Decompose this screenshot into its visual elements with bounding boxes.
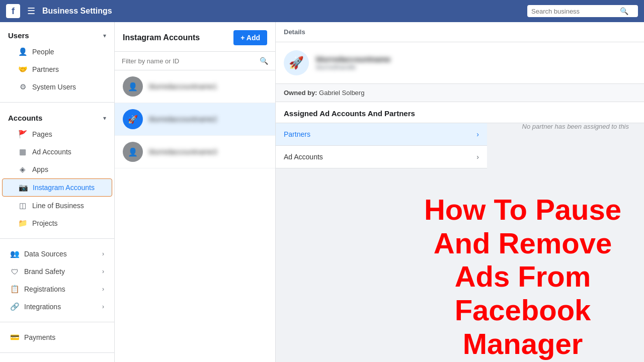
search-input[interactable] [531,8,617,15]
detail-account-handle: blurredhandle [316,63,390,71]
partners-chevron-icon: › [476,130,479,138]
integrations-label: Integrations [24,303,61,311]
detail-profile: 🚀 blurredaccountname blurredhandle [276,42,644,84]
filter-input[interactable] [122,57,256,65]
data-sources-chevron-icon: › [102,250,104,257]
filter-search-icon: 🔍 [260,57,268,65]
detail-owned-by: Owned by: Gabriel Solberg [276,84,644,102]
sidebar-item-integrations[interactable]: 🔗 Integrations › [2,298,112,315]
sidebar-item-apps[interactable]: ◈ Apps [2,161,112,178]
sidebar-item-registrations[interactable]: 📋 Registrations › [2,281,112,298]
sidebar-item-system-users[interactable]: ⚙ System Users [2,78,112,96]
system-users-label: System Users [32,83,76,91]
projects-icon: 📁 [18,219,27,228]
payments-icon: 💳 [10,333,19,342]
sidebar-item-data-sources[interactable]: 👥 Data Sources › [2,245,112,262]
payments-section: 💳 Payments [0,324,114,350]
assigned-section-title: Assigned Ad Accounts And Partners [276,102,644,123]
pages-icon: 🚩 [18,130,27,139]
list-item[interactable]: 🚀 blurredaccountname2 [115,103,275,136]
people-icon: 👤 [18,47,27,56]
projects-label: Projects [32,219,58,227]
security-section: 🔒 Security Center [0,355,114,362]
list-item[interactable]: 👤 blurredaccountname3 [115,136,275,168]
search-icon: 🔍 [620,7,628,15]
account-name-1: blurredaccountname1 [149,82,217,90]
registrations-icon: 📋 [10,285,19,294]
account-name-2: blurredaccountname2 [149,115,217,123]
list-panel: Instagram Accounts + Add 🔍 👤 blurredacco… [115,22,276,362]
data-sources-label: Data Sources [24,250,67,258]
main-layout: Users ▾ 👤 People 🤝 Partners ⚙ System Use… [0,22,644,362]
sidebar-item-partners[interactable]: 🤝 Partners [2,61,112,78]
users-section: Users ▾ 👤 People 🤝 Partners ⚙ System Use… [0,22,114,100]
line-of-business-icon: ◫ [18,201,27,210]
hamburger-menu-icon[interactable]: ☰ [25,4,37,19]
avatar: 👤 [123,76,143,97]
owned-by-label: Owned by: [284,89,317,97]
no-partner-message: No partner has been assigned to this [522,123,629,130]
brand-safety-icon: 🛡 [10,267,19,276]
ad-accounts-chevron-icon: › [476,153,479,161]
content-area: Instagram Accounts + Add 🔍 👤 blurredacco… [115,22,644,362]
ad-accounts-row-label: Ad Accounts [284,153,323,161]
sidebar-item-people[interactable]: 👤 People [2,43,112,60]
partners-row[interactable]: Partners › [276,123,487,146]
people-label: People [32,48,54,56]
app-title: Business Settings [42,7,522,16]
list-item[interactable]: 👤 blurredaccountname1 [115,70,275,103]
sidebar-item-projects[interactable]: 📁 Projects [2,215,112,232]
integrations-icon: 🔗 [10,302,19,311]
instagram-icon: 📷 [19,183,28,192]
ad-accounts-icon: ▦ [18,147,27,156]
sidebar-item-pages[interactable]: 🚩 Pages [2,126,112,143]
overlay-text: How To Pause And Remove Ads From Faceboo… [401,193,644,360]
accounts-section: Accounts ▾ 🚩 Pages ▦ Ad Accounts ◈ Apps … [0,105,114,236]
add-button[interactable]: + Add [233,30,267,45]
detail-header: Details [276,22,644,42]
data-sources-section: 👥 Data Sources › 🛡 Brand Safety › 📋 Regi… [0,241,114,320]
account-name-3: blurredaccountname3 [149,148,217,156]
ad-accounts-row[interactable]: Ad Accounts › [276,146,487,168]
partners-icon: 🤝 [18,65,27,74]
system-users-icon: ⚙ [18,82,27,92]
instagram-label: Instagram Accounts [33,184,95,192]
avatar: 👤 [123,142,143,162]
partners-label: Partners [32,65,59,73]
pages-label: Pages [32,130,52,138]
facebook-logo[interactable]: f [6,4,20,18]
topbar: f ☰ Business Settings 🔍 [0,0,644,22]
divider-2 [0,238,114,239]
users-chevron-icon: ▾ [103,32,106,39]
sidebar-item-brand-safety[interactable]: 🛡 Brand Safety › [2,263,112,280]
partners-row-label: Partners [284,130,310,138]
users-section-header[interactable]: Users ▾ [0,26,114,43]
apps-icon: ◈ [18,165,27,174]
sidebar-item-security-center[interactable]: 🔒 Security Center [2,359,112,362]
overlay-line1: How To Pause And Remove [401,193,644,260]
sidebar-item-ad-accounts[interactable]: ▦ Ad Accounts [2,143,112,160]
list-panel-title: Instagram Accounts [123,33,200,42]
registrations-chevron-icon: › [102,286,104,293]
overlay-line2: Ads From Facebook [401,260,644,327]
divider-4 [0,352,114,353]
line-of-business-label: Line of Business [32,202,84,210]
sidebar-item-line-of-business[interactable]: ◫ Line of Business [2,197,112,214]
users-section-title: Users [8,31,29,40]
apps-label: Apps [32,165,48,173]
divider-3 [0,322,114,322]
sidebar-item-instagram[interactable]: 📷 Instagram Accounts [2,178,112,197]
sidebar: Users ▾ 👤 People 🤝 Partners ⚙ System Use… [0,22,115,362]
payments-label: Payments [24,333,55,341]
sidebar-item-payments[interactable]: 💳 Payments [2,329,112,346]
detail-avatar: 🚀 [284,50,309,75]
detail-panel: Details 🚀 blurredaccountname blurredhand… [276,22,644,362]
detail-account-name: blurredaccountname [316,55,390,63]
avatar: 🚀 [123,109,143,129]
registrations-label: Registrations [24,285,65,293]
owned-by-value: Gabriel Solberg [319,89,364,97]
accounts-section-header[interactable]: Accounts ▾ [0,109,114,125]
instagram-accounts-list: 👤 blurredaccountname1 🚀 blurredaccountna… [115,70,275,362]
ad-accounts-label: Ad Accounts [32,148,71,156]
overlay-line3: Manager [401,327,644,361]
